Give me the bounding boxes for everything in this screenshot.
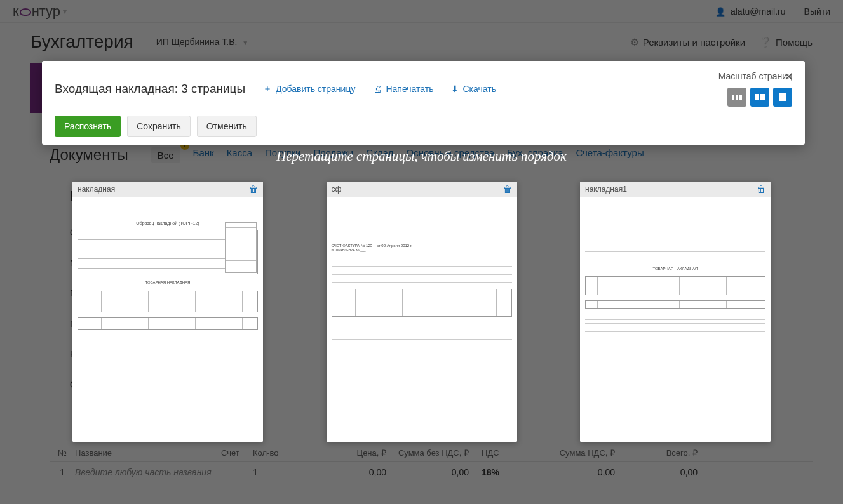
page-thumbnails: накладная 🗑 Образец накладной (ТОРГ-12) … <box>72 182 771 442</box>
page-thumbnail[interactable]: накладная1 🗑 ТОВАРНАЯ НАКЛАДНАЯ <box>580 182 771 442</box>
print-label: Напечатать <box>386 84 433 94</box>
svg-rect-1 <box>736 95 738 100</box>
download-label: Скачать <box>462 84 496 94</box>
print-icon: 🖨 <box>373 84 382 94</box>
scale-large-icon[interactable] <box>773 88 792 107</box>
page-thumb-body[interactable]: СЧЕТ-ФАКТУРА № 123 от 02 Апреля 2012 г. … <box>327 197 517 442</box>
drag-hint: Перетащите страницы, чтобы изменить поря… <box>0 149 843 164</box>
modal-buttons: Распознать Сохранить Отменить <box>55 116 792 137</box>
trash-icon[interactable]: 🗑 <box>249 184 258 194</box>
pages-modal: ✕ Входящая накладная: 3 страницы ＋ Добав… <box>42 61 805 145</box>
svg-rect-4 <box>760 94 765 100</box>
save-button[interactable]: Сохранить <box>127 116 191 137</box>
page-thumbnail[interactable]: накладная 🗑 Образец накладной (ТОРГ-12) … <box>72 182 263 442</box>
close-icon[interactable]: ✕ <box>781 67 796 86</box>
cancel-button[interactable]: Отменить <box>197 116 257 137</box>
download-icon: ⬇ <box>451 84 459 94</box>
svg-rect-5 <box>779 93 786 101</box>
svg-rect-3 <box>755 94 759 100</box>
modal-header: Входящая накладная: 3 страницы ＋ Добавит… <box>42 61 805 145</box>
svg-rect-2 <box>739 95 742 100</box>
page-thumbnail[interactable]: сф 🗑 СЧЕТ-ФАКТУРА № 123 от 02 Апреля 201… <box>327 182 517 442</box>
add-page-link[interactable]: ＋ Добавить страницу <box>263 83 355 95</box>
plus-icon: ＋ <box>263 83 272 95</box>
page-thumb-header: сф 🗑 <box>327 182 517 197</box>
page-thumb-label: сф <box>332 185 342 194</box>
page-thumb-header: накладная1 🗑 <box>580 182 771 197</box>
page-thumb-label: накладная <box>78 185 115 194</box>
scale-icons <box>718 88 792 107</box>
page-thumb-label: накладная1 <box>585 185 627 194</box>
page-thumb-header: накладная 🗑 <box>72 182 263 197</box>
print-link[interactable]: 🖨 Напечатать <box>373 84 433 94</box>
scale-small-icon[interactable] <box>727 88 746 107</box>
recognize-button[interactable]: Распознать <box>55 116 121 137</box>
add-page-label: Добавить страницу <box>276 84 355 94</box>
download-link[interactable]: ⬇ Скачать <box>451 84 496 94</box>
page-thumb-body[interactable]: Образец накладной (ТОРГ-12) ТОВАРНАЯ НАК… <box>72 197 263 442</box>
svg-rect-0 <box>732 95 734 100</box>
app-root: к нтур ▾ 👤 alatu@mail.ru Выйти Бухгалтер… <box>0 0 843 504</box>
trash-icon[interactable]: 🗑 <box>757 184 765 194</box>
modal-title: Входящая накладная: 3 страницы <box>55 82 245 96</box>
scale-medium-icon[interactable] <box>750 88 769 107</box>
page-thumb-body[interactable]: ТОВАРНАЯ НАКЛАДНАЯ <box>580 197 771 442</box>
trash-icon[interactable]: 🗑 <box>503 184 512 194</box>
